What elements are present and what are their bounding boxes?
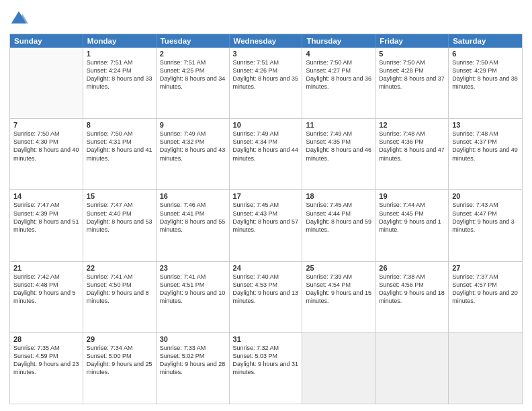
cal-cell: 3Sunrise: 7:51 AMSunset: 4:26 PMDaylight… bbox=[230, 48, 303, 118]
day-number: 26 bbox=[379, 264, 445, 272]
cal-cell bbox=[449, 333, 522, 404]
cal-cell: 29Sunrise: 7:34 AMSunset: 5:00 PMDayligh… bbox=[83, 333, 157, 404]
day-number: 9 bbox=[160, 121, 226, 129]
cell-text: Sunrise: 7:41 AMSunset: 4:51 PMDaylight:… bbox=[160, 273, 226, 306]
cell-text: Sunrise: 7:33 AMSunset: 5:02 PMDaylight:… bbox=[160, 344, 226, 377]
cal-cell: 24Sunrise: 7:40 AMSunset: 4:53 PMDayligh… bbox=[230, 262, 303, 332]
cell-text: Sunrise: 7:43 AMSunset: 4:47 PMDaylight:… bbox=[452, 201, 519, 234]
cal-cell: 25Sunrise: 7:39 AMSunset: 4:54 PMDayligh… bbox=[302, 262, 375, 332]
day-number: 1 bbox=[87, 50, 152, 58]
cell-text: Sunrise: 7:32 AMSunset: 5:03 PMDaylight:… bbox=[233, 344, 299, 377]
day-number: 13 bbox=[452, 121, 519, 129]
cal-cell: 12Sunrise: 7:48 AMSunset: 4:36 PMDayligh… bbox=[375, 119, 449, 189]
header bbox=[9, 7, 523, 28]
day-number: 11 bbox=[306, 121, 371, 129]
cal-header-day-wednesday: Wednesday bbox=[230, 34, 303, 48]
cell-text: Sunrise: 7:50 AMSunset: 4:28 PMDaylight:… bbox=[379, 58, 445, 91]
cal-cell: 18Sunrise: 7:45 AMSunset: 4:44 PMDayligh… bbox=[302, 190, 375, 261]
cal-week-5: 28Sunrise: 7:35 AMSunset: 4:59 PMDayligh… bbox=[10, 333, 522, 404]
cell-text: Sunrise: 7:41 AMSunset: 4:50 PMDaylight:… bbox=[87, 273, 152, 306]
day-number: 30 bbox=[160, 335, 226, 343]
cal-cell: 9Sunrise: 7:49 AMSunset: 4:32 PMDaylight… bbox=[157, 119, 230, 189]
cal-cell: 21Sunrise: 7:42 AMSunset: 4:48 PMDayligh… bbox=[10, 262, 83, 332]
day-number: 6 bbox=[452, 50, 519, 58]
day-number: 29 bbox=[87, 335, 152, 343]
cal-header-day-saturday: Saturday bbox=[449, 34, 522, 48]
cell-text: Sunrise: 7:38 AMSunset: 4:56 PMDaylight:… bbox=[379, 273, 445, 306]
cal-cell: 26Sunrise: 7:38 AMSunset: 4:56 PMDayligh… bbox=[375, 262, 449, 332]
cal-cell: 30Sunrise: 7:33 AMSunset: 5:02 PMDayligh… bbox=[157, 333, 230, 404]
day-number: 31 bbox=[233, 335, 299, 343]
cal-cell: 10Sunrise: 7:49 AMSunset: 4:34 PMDayligh… bbox=[230, 119, 303, 189]
day-number: 3 bbox=[233, 50, 299, 58]
logo-icon bbox=[9, 9, 28, 28]
cell-text: Sunrise: 7:37 AMSunset: 4:57 PMDaylight:… bbox=[452, 273, 519, 306]
logo bbox=[9, 9, 31, 28]
cal-header-day-thursday: Thursday bbox=[302, 34, 375, 48]
cal-cell: 6Sunrise: 7:50 AMSunset: 4:29 PMDaylight… bbox=[449, 48, 522, 118]
calendar-header: SundayMondayTuesdayWednesdayThursdayFrid… bbox=[10, 34, 522, 48]
day-number: 22 bbox=[87, 264, 152, 272]
cell-text: Sunrise: 7:44 AMSunset: 4:45 PMDaylight:… bbox=[379, 201, 445, 234]
cell-text: Sunrise: 7:46 AMSunset: 4:41 PMDaylight:… bbox=[160, 201, 226, 234]
cell-text: Sunrise: 7:49 AMSunset: 4:35 PMDaylight:… bbox=[306, 130, 371, 163]
cell-text: Sunrise: 7:50 AMSunset: 4:31 PMDaylight:… bbox=[87, 130, 152, 163]
cal-cell: 17Sunrise: 7:45 AMSunset: 4:43 PMDayligh… bbox=[230, 190, 303, 261]
cell-text: Sunrise: 7:51 AMSunset: 4:26 PMDaylight:… bbox=[233, 58, 299, 91]
cell-text: Sunrise: 7:50 AMSunset: 4:30 PMDaylight:… bbox=[13, 130, 79, 163]
day-number: 7 bbox=[13, 121, 79, 129]
day-number: 16 bbox=[160, 192, 226, 200]
day-number: 10 bbox=[233, 121, 299, 129]
day-number: 24 bbox=[233, 264, 299, 272]
cell-text: Sunrise: 7:39 AMSunset: 4:54 PMDaylight:… bbox=[306, 273, 371, 306]
cal-week-2: 7Sunrise: 7:50 AMSunset: 4:30 PMDaylight… bbox=[10, 119, 522, 190]
cal-cell bbox=[375, 333, 449, 404]
cell-text: Sunrise: 7:50 AMSunset: 4:29 PMDaylight:… bbox=[452, 58, 519, 91]
day-number: 19 bbox=[379, 192, 445, 200]
day-number: 4 bbox=[306, 50, 371, 58]
day-number: 25 bbox=[306, 264, 371, 272]
cal-cell: 22Sunrise: 7:41 AMSunset: 4:50 PMDayligh… bbox=[83, 262, 157, 332]
day-number: 14 bbox=[13, 192, 79, 200]
cal-cell: 5Sunrise: 7:50 AMSunset: 4:28 PMDaylight… bbox=[375, 48, 449, 118]
calendar-body: 1Sunrise: 7:51 AMSunset: 4:24 PMDaylight… bbox=[10, 48, 522, 404]
cal-header-day-monday: Monday bbox=[83, 34, 157, 48]
cal-cell bbox=[10, 48, 83, 118]
cal-cell: 16Sunrise: 7:46 AMSunset: 4:41 PMDayligh… bbox=[157, 190, 230, 261]
cal-cell: 20Sunrise: 7:43 AMSunset: 4:47 PMDayligh… bbox=[449, 190, 522, 261]
day-number: 5 bbox=[379, 50, 445, 58]
day-number: 23 bbox=[160, 264, 226, 272]
day-number: 2 bbox=[160, 50, 226, 58]
cal-week-4: 21Sunrise: 7:42 AMSunset: 4:48 PMDayligh… bbox=[10, 262, 522, 333]
day-number: 15 bbox=[87, 192, 152, 200]
cal-cell: 8Sunrise: 7:50 AMSunset: 4:31 PMDaylight… bbox=[83, 119, 157, 189]
cal-cell: 15Sunrise: 7:47 AMSunset: 4:40 PMDayligh… bbox=[83, 190, 157, 261]
cal-week-3: 14Sunrise: 7:47 AMSunset: 4:39 PMDayligh… bbox=[10, 190, 522, 261]
cal-cell: 28Sunrise: 7:35 AMSunset: 4:59 PMDayligh… bbox=[10, 333, 83, 404]
cal-cell: 1Sunrise: 7:51 AMSunset: 4:24 PMDaylight… bbox=[83, 48, 157, 118]
cal-cell: 11Sunrise: 7:49 AMSunset: 4:35 PMDayligh… bbox=[302, 119, 375, 189]
cal-cell: 27Sunrise: 7:37 AMSunset: 4:57 PMDayligh… bbox=[449, 262, 522, 332]
cell-text: Sunrise: 7:50 AMSunset: 4:27 PMDaylight:… bbox=[306, 58, 371, 91]
cal-cell: 4Sunrise: 7:50 AMSunset: 4:27 PMDaylight… bbox=[302, 48, 375, 118]
cell-text: Sunrise: 7:45 AMSunset: 4:44 PMDaylight:… bbox=[306, 201, 371, 234]
cal-header-day-friday: Friday bbox=[375, 34, 449, 48]
day-number: 28 bbox=[13, 335, 79, 343]
cell-text: Sunrise: 7:49 AMSunset: 4:32 PMDaylight:… bbox=[160, 130, 226, 163]
day-number: 12 bbox=[379, 121, 445, 129]
cell-text: Sunrise: 7:35 AMSunset: 4:59 PMDaylight:… bbox=[13, 344, 79, 377]
page: SundayMondayTuesdayWednesdayThursdayFrid… bbox=[0, 0, 532, 411]
cal-cell: 23Sunrise: 7:41 AMSunset: 4:51 PMDayligh… bbox=[157, 262, 230, 332]
cell-text: Sunrise: 7:40 AMSunset: 4:53 PMDaylight:… bbox=[233, 273, 299, 306]
day-number: 20 bbox=[452, 192, 519, 200]
calendar: SundayMondayTuesdayWednesdayThursdayFrid… bbox=[9, 34, 523, 404]
day-number: 17 bbox=[233, 192, 299, 200]
day-number: 27 bbox=[452, 264, 519, 272]
cal-week-1: 1Sunrise: 7:51 AMSunset: 4:24 PMDaylight… bbox=[10, 48, 522, 119]
cell-text: Sunrise: 7:48 AMSunset: 4:36 PMDaylight:… bbox=[379, 130, 445, 163]
cell-text: Sunrise: 7:42 AMSunset: 4:48 PMDaylight:… bbox=[13, 273, 79, 306]
day-number: 18 bbox=[306, 192, 371, 200]
cal-header-day-tuesday: Tuesday bbox=[157, 34, 230, 48]
day-number: 21 bbox=[13, 264, 79, 272]
cell-text: Sunrise: 7:49 AMSunset: 4:34 PMDaylight:… bbox=[233, 130, 299, 163]
